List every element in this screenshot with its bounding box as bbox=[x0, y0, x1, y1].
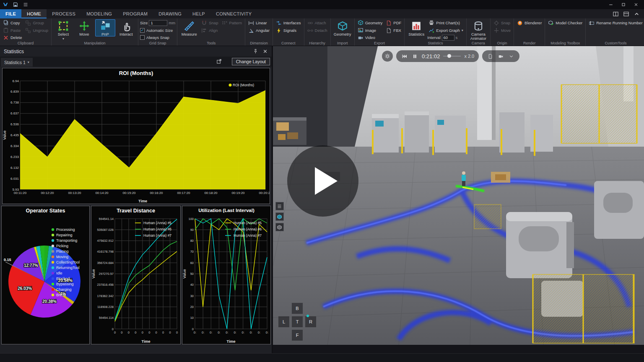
camera-animator-button[interactable]: Camera Animator bbox=[468, 19, 488, 41]
change-layout-button[interactable]: Change Layout bbox=[232, 58, 270, 65]
linear-button[interactable]: Linear bbox=[247, 19, 271, 26]
y-axis-label: Value bbox=[3, 130, 7, 140]
menu-tab-modeling[interactable]: MODELING bbox=[81, 9, 117, 18]
navcube-face-f[interactable]: F bbox=[291, 329, 303, 341]
navigation-cube[interactable]: BLTRF bbox=[278, 303, 317, 342]
minimize-button[interactable] bbox=[605, 1, 616, 8]
interval-input[interactable]: 60 bbox=[442, 35, 454, 41]
close-panel-icon[interactable] bbox=[262, 49, 268, 54]
legend-swatch bbox=[229, 84, 232, 87]
signals-button[interactable]: Signals bbox=[275, 27, 302, 34]
x-tick-label: 0: bbox=[202, 331, 204, 334]
x-tick-label: 0: bbox=[250, 331, 252, 334]
button-label: Copy bbox=[10, 21, 20, 25]
paste-button[interactable]: Paste bbox=[2, 27, 23, 34]
navcube-face-l[interactable]: L bbox=[278, 316, 290, 328]
geometry-button[interactable]: Geometry bbox=[332, 19, 353, 36]
always-snap-checkbox[interactable]: Always Snap bbox=[140, 34, 175, 41]
y-tick-label: 6.031 bbox=[10, 177, 19, 181]
geometry-button[interactable]: Geometry bbox=[356, 19, 384, 26]
legend-label: Blocked bbox=[56, 277, 70, 281]
workspace-panels-icon[interactable] bbox=[613, 11, 619, 17]
select-button[interactable]: Select▾ bbox=[53, 19, 73, 41]
playback-controls: 0:21:02 x 2.0 bbox=[382, 50, 519, 62]
align-button[interactable]: Align bbox=[200, 27, 219, 34]
detach-button[interactable]: Detach bbox=[306, 27, 329, 34]
maximize-button[interactable] bbox=[618, 1, 629, 8]
button-label: FBX bbox=[393, 28, 401, 33]
move-button[interactable]: Move bbox=[74, 19, 94, 36]
menu-tab-connectivity[interactable]: CONNECTIVITY bbox=[210, 9, 257, 18]
tab-statistics-1[interactable]: Statistics 1 ▾ bbox=[1, 58, 33, 67]
snap-button[interactable]: Snap bbox=[200, 19, 219, 26]
print-chart-s-button[interactable]: Print Chart(s) bbox=[427, 19, 465, 26]
pattern-button[interactable]: Pattern bbox=[220, 19, 243, 26]
3d-viewport[interactable]: 0:21:02 x 2.0 BLTRF bbox=[273, 46, 644, 345]
navcube-face-b[interactable]: B bbox=[291, 303, 303, 314]
rename-running-number-button[interactable]: Rename Running Number bbox=[587, 19, 644, 26]
skip-to-start-button[interactable] bbox=[401, 53, 408, 60]
chevron-down-icon[interactable] bbox=[508, 53, 515, 60]
copy-button[interactable]: Copy bbox=[2, 19, 23, 26]
geometry-cube-button[interactable] bbox=[275, 223, 284, 231]
interact-button[interactable]: Interact bbox=[116, 19, 136, 36]
pnp-button[interactable]: PnP bbox=[95, 19, 115, 36]
measure-button[interactable]: Measure bbox=[179, 19, 199, 36]
record-video-icon[interactable] bbox=[497, 53, 504, 60]
button-label: PnP bbox=[101, 32, 109, 36]
y-tick-label: 30 bbox=[190, 294, 194, 298]
speed-slider[interactable] bbox=[443, 53, 461, 59]
delete-button[interactable]: Delete bbox=[2, 34, 23, 41]
y-tick-label: 6.637 bbox=[10, 111, 19, 115]
menu-tab-process[interactable]: PROCESS bbox=[47, 9, 81, 18]
viewport-settings-button[interactable] bbox=[382, 51, 393, 62]
popout-icon[interactable] bbox=[216, 58, 222, 65]
fbx-button[interactable]: FBX bbox=[384, 27, 402, 34]
model-checker-button[interactable]: Model Checker bbox=[547, 19, 584, 26]
pin-panel-icon[interactable] bbox=[253, 49, 258, 54]
angular-button[interactable]: Angular bbox=[247, 27, 271, 34]
menu-tab-help[interactable]: HELP bbox=[187, 9, 210, 18]
window-layout-icon[interactable] bbox=[623, 11, 629, 17]
menu-tab-file[interactable]: FILE bbox=[0, 9, 21, 18]
move-button[interactable]: Move bbox=[492, 27, 512, 34]
measure-icon bbox=[184, 21, 195, 31]
size-input[interactable]: 1 bbox=[149, 20, 167, 26]
attach-button[interactable]: Attach bbox=[306, 19, 329, 26]
collapse-ribbon-icon[interactable] bbox=[634, 11, 640, 17]
x-tick-label: 0 bbox=[142, 331, 143, 334]
close-button[interactable] bbox=[631, 1, 641, 8]
menu-tabs: FILEHOMEPROCESSMODELINGPROGRAMDRAWINGHEL… bbox=[0, 9, 257, 18]
automatic-size-checkbox[interactable]: ✓Automatic Size bbox=[140, 27, 175, 34]
blenderer-button[interactable]: Blenderer bbox=[516, 19, 543, 26]
pause-button[interactable] bbox=[411, 53, 418, 60]
pdf-button[interactable]: PDF bbox=[384, 19, 402, 26]
menu-tab-home[interactable]: HOME bbox=[21, 9, 47, 18]
group-button[interactable]: Group bbox=[24, 19, 49, 26]
navcube-face-t[interactable]: T bbox=[291, 316, 303, 328]
selection-list-button[interactable] bbox=[275, 202, 284, 210]
y-axis-label: Value bbox=[182, 269, 187, 278]
button-label: Measure bbox=[182, 32, 197, 36]
ribbon-group-customtools: Rename Running NumberCustomTools bbox=[586, 18, 644, 46]
snap-button[interactable]: Snap bbox=[492, 19, 512, 26]
fbx-icon bbox=[386, 28, 392, 34]
component-cube-button[interactable] bbox=[275, 212, 284, 221]
button-label: Snap bbox=[209, 21, 218, 25]
x-tick-label: 0: bbox=[218, 331, 220, 334]
ungroup-button[interactable]: Ungroup bbox=[24, 27, 49, 34]
export-graph-button[interactable]: Export Graph▾ bbox=[427, 27, 465, 34]
y-tick-label: 6.435 bbox=[10, 133, 19, 137]
ribbon-group-label: CustomTools bbox=[586, 41, 644, 45]
navcube-face-r[interactable]: R bbox=[305, 316, 317, 328]
save-icon[interactable] bbox=[13, 2, 18, 8]
interfaces-button[interactable]: Interfaces bbox=[275, 19, 302, 26]
menu-tab-program[interactable]: PROGRAM bbox=[117, 9, 153, 18]
menu-tab-drawing[interactable]: DRAWING bbox=[153, 9, 187, 18]
statistics-button[interactable]: Statistics bbox=[406, 19, 426, 36]
quick-access-menu-icon[interactable] bbox=[23, 2, 29, 8]
video-button[interactable]: Video bbox=[356, 34, 384, 41]
export-pdf-icon[interactable] bbox=[487, 53, 494, 60]
image-button[interactable]: Image bbox=[356, 27, 384, 34]
video-play-button[interactable] bbox=[287, 145, 358, 217]
